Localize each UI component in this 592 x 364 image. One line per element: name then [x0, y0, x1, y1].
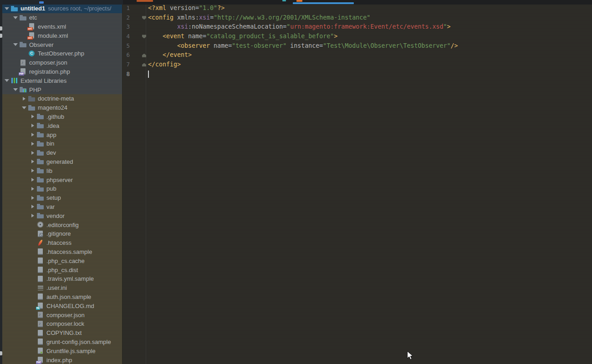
chevron-down-icon[interactable]	[2, 79, 11, 82]
tree-item-auth-json-sample[interactable]: auth.json.sample	[2, 293, 122, 302]
tree-item--gitignore[interactable]: .gitignore	[2, 229, 122, 238]
chevron-right-icon[interactable]	[20, 97, 28, 101]
code-line[interactable]: 2<config xmlns:xsi="http://www.w3.org/20…	[122, 13, 592, 23]
lib-icon	[11, 77, 19, 84]
tree-item-label: Gruntfile.js.sample	[46, 348, 96, 354]
toolbar-icon[interactable]	[282, 0, 286, 1]
tree-item-composer-lock[interactable]: composer.lock	[2, 319, 122, 329]
code-line[interactable]: 1<?xml version="1.0"?>	[122, 4, 592, 13]
chevron-right-icon[interactable]	[28, 205, 37, 208]
editor-pane[interactable]: 1<?xml version="1.0"?>2<config xmlns:xsi…	[122, 5, 592, 364]
tree-item-etc[interactable]: etc	[2, 13, 122, 22]
chevron-right-icon[interactable]	[28, 151, 37, 155]
fold-marker-icon[interactable]	[142, 16, 146, 20]
chevron-right-icon[interactable]	[28, 115, 37, 118]
xml-file-tab-icon[interactable]	[296, 0, 302, 2]
tree-item-changelog-md[interactable]: MDCHANGELOG.md	[2, 301, 122, 310]
tree-item-copying-txt[interactable]: COPYING.txt	[2, 329, 122, 338]
tree-item-phpserver[interactable]: phpserver	[2, 175, 122, 184]
tree-item-generated[interactable]: generated	[2, 157, 122, 167]
tree-item-dev[interactable]: dev	[2, 148, 122, 157]
tree-item-events-xml[interactable]: xmlevents.xml	[2, 22, 122, 31]
fold-marker-icon[interactable]	[142, 54, 146, 57]
active-tab-indicator[interactable]	[293, 2, 354, 4]
tree-item-lib[interactable]: lib	[2, 166, 122, 175]
tree-item-magento24[interactable]: magento24	[2, 103, 122, 112]
tree-item-var[interactable]: var	[2, 202, 122, 212]
toolbar-icon[interactable]	[137, 0, 153, 2]
tree-item-composer-json[interactable]: composer.json	[2, 58, 122, 67]
stripe-icon[interactable]	[0, 34, 2, 38]
fold-marker-icon[interactable]	[142, 63, 146, 66]
tree-item--user-ini[interactable]: .user.ini	[2, 283, 122, 293]
tree-item-testobserver-php[interactable]: TestObserver.php	[2, 49, 122, 58]
tree-item-label: events.xml	[38, 23, 66, 30]
tree-item--editorconfig[interactable]: .editorconfig	[2, 220, 122, 229]
tree-item-bin[interactable]: bin	[2, 139, 122, 148]
tree-item-vendor[interactable]: vendor	[2, 211, 122, 220]
chevron-down-icon[interactable]	[11, 16, 20, 19]
stripe-icon[interactable]	[0, 26, 2, 30]
code-line[interactable]: 7</config>	[122, 60, 592, 70]
chevron-right-icon[interactable]	[28, 142, 37, 146]
chevron-right-icon[interactable]	[28, 178, 37, 182]
panel-splitter[interactable]	[122, 5, 122, 364]
chevron-right-icon[interactable]	[28, 169, 37, 172]
tree-item-pub[interactable]: pub	[2, 184, 122, 193]
tree-item--php-cs-dist[interactable]: .php_cs.dist	[2, 265, 122, 274]
tree-item-php[interactable]: PHP	[2, 85, 122, 94]
tree-item-observer[interactable]: Observer	[2, 40, 122, 49]
chevron-down-icon[interactable]	[20, 106, 28, 109]
chevron-right-icon[interactable]	[28, 187, 37, 191]
chevron-right-icon[interactable]	[28, 214, 37, 217]
tree-item-external-libraries[interactable]: External Libraries	[2, 76, 122, 85]
tree-item-untitled1[interactable]: untitled1sources root, ~/projects/	[1, 5, 122, 13]
chevron-right-icon[interactable]	[28, 160, 37, 163]
chevron-right-icon[interactable]	[28, 133, 37, 136]
chevron-right-icon[interactable]	[28, 196, 37, 200]
tree-item--travis-yml-sample[interactable]: .travis.yml.sample	[2, 274, 122, 283]
tree-item-grunt-config-json-sample[interactable]: grunt-config.json.sample	[2, 338, 122, 347]
tree-item-gruntfile-js-sample[interactable]: Gruntfile.js.sample	[2, 346, 122, 355]
tree-item-label: phpserver	[46, 177, 73, 183]
tree-item-label: COPYING.txt	[46, 329, 82, 336]
chevron-down-icon[interactable]	[11, 88, 20, 91]
chevron-down-icon[interactable]	[2, 7, 11, 10]
tree-item-registration-php[interactable]: PHPregistration.php	[2, 67, 122, 76]
fold-marker-icon[interactable]	[142, 35, 146, 38]
folder-icon	[37, 185, 45, 192]
code-line[interactable]: 5 <observer name="test-observer" instanc…	[122, 41, 592, 51]
tree-item-index-php[interactable]: PHPindex.php	[2, 355, 122, 364]
tree-item--htaccess[interactable]: .htaccess	[2, 238, 122, 248]
tree-item-composer-json[interactable]: composer.json	[2, 310, 122, 319]
editor-tab-bar	[0, 0, 592, 5]
code-line[interactable]: 8	[122, 70, 592, 79]
tree-item-doctrine-meta[interactable]: doctrine-meta	[2, 94, 122, 103]
folder-icon	[37, 131, 45, 138]
js-icon	[37, 347, 45, 354]
tree-item-label: .editorconfig	[46, 222, 79, 228]
tree-item-label: grunt-config.json.sample	[46, 339, 111, 345]
folder-icon	[37, 212, 45, 219]
tree-item--htaccess-sample[interactable]: .htaccess.sample	[2, 248, 122, 257]
code-line[interactable]: 6 </event>	[122, 51, 592, 60]
code-line[interactable]: 3 xsi:noNamespaceSchemaLocation="urn:mag…	[122, 22, 592, 32]
line-number: 1	[122, 4, 130, 13]
file-icon	[37, 329, 45, 337]
tree-item-module-xml[interactable]: xmlmodule.xml	[2, 31, 122, 40]
code-text: <observer name="test-observer" instance=…	[148, 41, 458, 51]
code-line[interactable]: 4 <event name="catalog_product_is_salabl…	[122, 32, 592, 41]
chevron-down-icon[interactable]	[11, 43, 20, 46]
tree-item-label: External Libraries	[20, 77, 66, 84]
tree-item--github[interactable]: .github	[2, 112, 122, 121]
tree-item--idea[interactable]: .idea	[2, 121, 122, 130]
tree-item-app[interactable]: app	[2, 130, 122, 139]
line-number: 6	[122, 51, 130, 60]
tree-item--php-cs-cache[interactable]: .php_cs.cache	[2, 256, 122, 265]
chevron-right-icon[interactable]	[28, 124, 37, 127]
file-icon	[37, 293, 45, 300]
toolbar-icon[interactable]	[39, 1, 44, 4]
folder-icon	[37, 167, 45, 174]
tree-item-setup[interactable]: setup	[2, 193, 122, 202]
stripe-icon[interactable]	[0, 351, 2, 355]
